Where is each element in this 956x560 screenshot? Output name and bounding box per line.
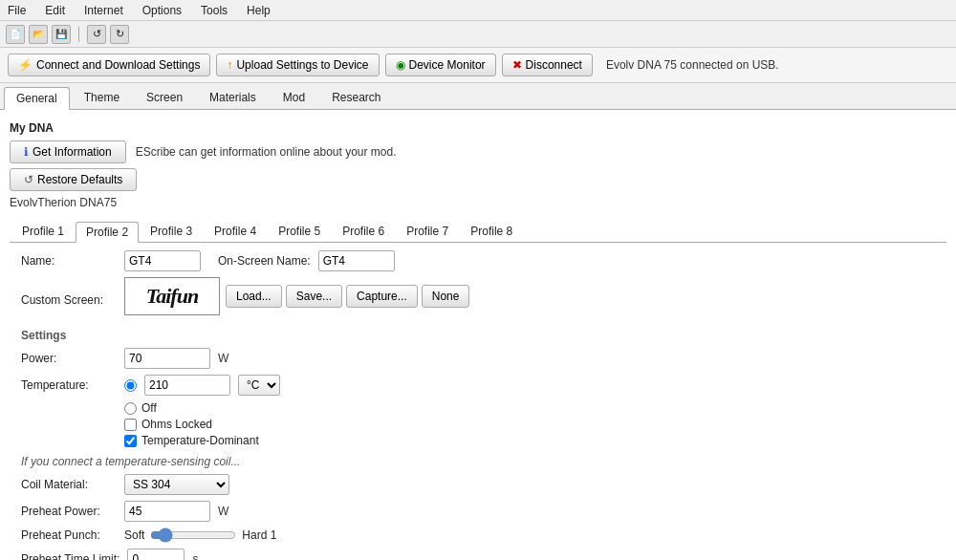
tab-screen[interactable]: Screen	[134, 86, 195, 109]
coil-section: If you connect a temperature-sensing coi…	[21, 455, 935, 560]
upload-icon	[227, 58, 232, 72]
power-unit: W	[218, 352, 228, 365]
general-content: My DNA Get Information EScribe can get i…	[0, 110, 956, 560]
off-radio[interactable]	[124, 402, 137, 415]
coil-material-select[interactable]: SS 304 SS 316 SS 317L Titanium Nickel 20…	[124, 474, 229, 495]
ohms-locked-row: Ohms Locked	[124, 418, 935, 431]
profile-tab-6[interactable]: Profile 6	[332, 221, 395, 242]
toolbar-separator	[78, 27, 79, 42]
restore-icon	[24, 173, 33, 186]
custom-screen-row: Custom Screen: Taifun Load... Save... Ca…	[21, 277, 935, 323]
monitor-icon	[396, 58, 405, 72]
restore-defaults-button[interactable]: Restore Defaults	[10, 168, 137, 191]
get-info-label: Get Information	[33, 145, 112, 159]
preheat-power-input[interactable]	[124, 501, 210, 522]
ohms-locked-checkbox[interactable]	[124, 419, 137, 431]
settings-title: Settings	[21, 329, 935, 342]
temperature-row: Temperature: °C °F	[21, 375, 935, 396]
profile-content-area: Name: On-Screen Name: Custom Screen: Tai…	[10, 243, 946, 560]
temp-dominant-label: Temperature-Dominant	[141, 434, 259, 447]
main-tab-bar: General Theme Screen Materials Mod Resea…	[0, 83, 956, 110]
temperature-label: Temperature:	[21, 378, 117, 392]
preheat-power-unit: W	[218, 505, 228, 518]
open-icon[interactable]: 📂	[29, 25, 48, 44]
profile-tab-3[interactable]: Profile 3	[140, 221, 203, 242]
upload-settings-button[interactable]: Upload Settings to Device	[216, 54, 379, 76]
disconnect-label: Disconnect	[526, 58, 582, 72]
power-row: Power: W	[21, 348, 935, 369]
name-row: Name: On-Screen Name:	[21, 250, 935, 271]
tab-materials[interactable]: Materials	[197, 86, 269, 109]
custom-screen-container: Taifun Load... Save... Capture... None	[124, 277, 469, 315]
preheat-power-label: Preheat Power:	[21, 505, 117, 518]
temperature-unit-select[interactable]: °C °F	[238, 375, 280, 396]
temperature-input[interactable]	[144, 375, 230, 396]
screen-buttons: Load... Save... Capture... None	[226, 285, 469, 308]
profile-tab-8[interactable]: Profile 8	[460, 221, 523, 242]
power-input[interactable]	[124, 348, 210, 369]
device-monitor-button[interactable]: Device Monitor	[385, 54, 496, 76]
preheat-soft-label: Soft	[124, 528, 144, 542]
tab-research[interactable]: Research	[319, 86, 393, 109]
preheat-time-unit: s	[192, 552, 198, 560]
device-name: EvolvTherion DNA75	[10, 196, 946, 209]
monitor-label: Device Monitor	[409, 58, 486, 72]
info-icon	[24, 145, 29, 159]
profile-tab-2[interactable]: Profile 2	[76, 222, 139, 243]
onscreen-label: On-Screen Name:	[218, 254, 311, 268]
name-input[interactable]	[124, 250, 201, 271]
temp-dominant-checkbox[interactable]	[124, 435, 137, 447]
preheat-punch-label: Preheat Punch:	[21, 528, 117, 542]
connect-label: Connect and Download Settings	[36, 58, 200, 72]
capture-button[interactable]: Capture...	[346, 285, 418, 308]
screen-preview: Taifun	[124, 277, 220, 315]
preheat-hard-label: Hard 1	[242, 528, 276, 542]
onscreen-input[interactable]	[318, 250, 395, 271]
profile-tab-7[interactable]: Profile 7	[396, 221, 459, 242]
tab-general[interactable]: General	[4, 87, 70, 110]
new-icon[interactable]: 📄	[6, 25, 25, 44]
preheat-time-row: Preheat Time Limit: s	[21, 549, 935, 560]
preheat-punch-slider-container: Soft Hard 1	[124, 528, 276, 543]
save-icon[interactable]: 💾	[52, 25, 71, 44]
preheat-punch-row: Preheat Punch: Soft Hard 1	[21, 528, 935, 543]
menu-options[interactable]: Options	[139, 2, 185, 19]
coil-section-text: If you connect a temperature-sensing coi…	[21, 455, 935, 468]
preheat-punch-slider[interactable]	[150, 528, 236, 543]
preheat-power-row: Preheat Power: W	[21, 501, 935, 522]
disconnect-button[interactable]: Disconnect	[502, 54, 593, 76]
none-button[interactable]: None	[422, 285, 470, 308]
disconnect-icon	[512, 58, 522, 72]
redo-icon[interactable]: ↻	[110, 25, 129, 44]
preheat-time-input[interactable]	[127, 549, 185, 560]
upload-label: Upload Settings to Device	[236, 58, 368, 72]
menu-file[interactable]: File	[4, 2, 30, 19]
menubar: File Edit Internet Options Tools Help	[0, 0, 956, 21]
connect-icon	[18, 58, 33, 72]
menu-help[interactable]: Help	[243, 2, 274, 19]
menu-internet[interactable]: Internet	[80, 2, 127, 19]
top-button-bar: Connect and Download Settings Upload Set…	[0, 48, 956, 83]
profile-tab-1[interactable]: Profile 1	[11, 221, 75, 242]
undo-icon[interactable]: ↺	[87, 25, 106, 44]
save-button[interactable]: Save...	[286, 285, 342, 308]
connect-download-button[interactable]: Connect and Download Settings	[8, 54, 210, 76]
get-info-desc: EScribe can get information online about…	[136, 145, 397, 159]
toolbar: 📄 📂 💾 ↺ ↻	[0, 21, 956, 48]
temperature-radio[interactable]	[124, 379, 137, 392]
settings-section: Settings Power: W Temperature: °C °F	[21, 329, 935, 447]
name-label: Name:	[21, 254, 117, 268]
temp-dominant-row: Temperature-Dominant	[124, 434, 935, 447]
coil-material-label: Coil Material:	[21, 478, 117, 491]
off-row: Off	[124, 401, 935, 415]
menu-edit[interactable]: Edit	[41, 2, 69, 19]
menu-tools[interactable]: Tools	[197, 2, 231, 19]
profile-tab-5[interactable]: Profile 5	[268, 221, 331, 242]
my-dna-section: My DNA Get Information EScribe can get i…	[10, 118, 946, 215]
tab-theme[interactable]: Theme	[72, 86, 132, 109]
profile-tab-4[interactable]: Profile 4	[204, 221, 267, 242]
load-button[interactable]: Load...	[226, 285, 282, 308]
my-dna-label: My DNA	[10, 121, 946, 135]
get-info-button[interactable]: Get Information	[10, 140, 126, 163]
tab-mod[interactable]: Mod	[271, 86, 317, 109]
